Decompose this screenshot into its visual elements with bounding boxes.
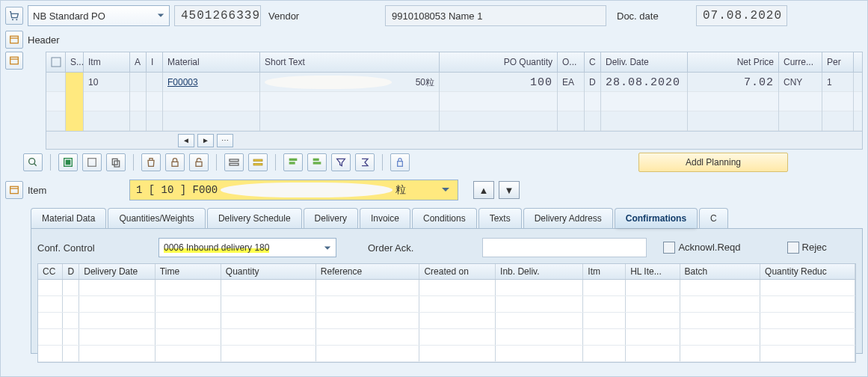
- confirmations-grid: CC D Delivery Date Time Quantity Referen…: [37, 263, 856, 363]
- col-oun[interactable]: O...: [558, 52, 585, 72]
- delete-button[interactable]: [141, 153, 161, 171]
- col-i[interactable]: I: [147, 52, 163, 72]
- sum-button[interactable]: [355, 153, 375, 171]
- settings-button[interactable]: [390, 153, 410, 171]
- material-link[interactable]: F00003: [167, 77, 198, 88]
- svg-rect-13: [230, 159, 238, 162]
- svg-rect-8: [88, 159, 96, 167]
- col-currency[interactable]: Curre...: [779, 52, 822, 72]
- tab-delivery-schedule[interactable]: Delivery Schedule: [207, 208, 302, 228]
- per-cell: 1: [822, 73, 854, 92]
- scroll-config-button[interactable]: ⋯: [217, 134, 233, 147]
- col-itm[interactable]: Itm: [84, 52, 130, 72]
- items-expand-button[interactable]: [5, 52, 23, 70]
- tab-material-data[interactable]: Material Data: [31, 208, 106, 228]
- detail-view-button[interactable]: [23, 153, 43, 171]
- chevron-down-icon: [324, 245, 331, 252]
- scroll-left-button[interactable]: ◄: [178, 134, 194, 147]
- col-c[interactable]: C: [585, 52, 601, 72]
- col-inb-deliv[interactable]: Inb. Deliv.: [496, 264, 583, 279]
- deselect-all-button[interactable]: [82, 153, 102, 171]
- col-quantity[interactable]: Quantity: [221, 264, 316, 279]
- po-number-field: 4501266339: [174, 5, 261, 26]
- currency-cell: CNY: [779, 73, 822, 92]
- reject-checkbox-wrap[interactable]: Rejec: [787, 242, 827, 254]
- duplicate-button[interactable]: [248, 153, 268, 171]
- item-prev-button[interactable]: ▲: [473, 181, 494, 199]
- status-cell[interactable]: [66, 73, 84, 92]
- grid-scrollbar[interactable]: ◄ ► ⋯: [46, 131, 862, 149]
- table-row[interactable]: [38, 346, 855, 362]
- reject-label: Rejec: [802, 242, 827, 253]
- tab-confirmations[interactable]: Confirmations: [615, 208, 698, 228]
- col-reference[interactable]: Reference: [316, 264, 420, 279]
- table-row[interactable]: [46, 111, 862, 131]
- col-delivery-date[interactable]: Delivery Date: [79, 264, 156, 279]
- table-row[interactable]: [46, 92, 862, 111]
- net-price-cell: 7.02: [688, 73, 779, 92]
- copy-button[interactable]: [106, 153, 126, 171]
- sort-green2-button[interactable]: [307, 153, 327, 171]
- col-hl-item[interactable]: HL Ite...: [626, 264, 680, 279]
- col-short-text[interactable]: Short Text: [260, 52, 440, 72]
- item-detail-expand-button[interactable]: [5, 181, 23, 199]
- items-grid-header: S... Itm A I Material Short Text PO Quan…: [46, 52, 862, 73]
- tab-conditions[interactable]: Conditions: [412, 208, 477, 228]
- tab-quantities-weights[interactable]: Quantities/Weights: [108, 208, 206, 228]
- chevron-down-icon: [157, 12, 164, 19]
- svg-rect-2: [10, 36, 19, 43]
- table-row[interactable]: [38, 296, 855, 313]
- table-row[interactable]: 10 F00003 50粒 100 EA D 28.08.2020 7.02 C…: [46, 73, 862, 92]
- tab-delivery[interactable]: Delivery: [304, 208, 358, 228]
- order-ack-input[interactable]: [482, 238, 647, 257]
- unlock-button[interactable]: [189, 153, 209, 171]
- conf-control-dropdown[interactable]: 0006 Inbound delivery 180: [158, 238, 336, 257]
- col-deliv-date[interactable]: Deliv. Date: [601, 52, 688, 72]
- svg-rect-3: [10, 57, 19, 64]
- item-next-button[interactable]: ▼: [499, 181, 520, 199]
- tab-more[interactable]: C: [699, 208, 728, 228]
- col-time[interactable]: Time: [156, 264, 221, 279]
- svg-rect-18: [289, 162, 295, 164]
- col-s[interactable]: S...: [66, 52, 84, 72]
- col-material[interactable]: Material: [163, 52, 260, 72]
- col-a[interactable]: A: [130, 52, 147, 72]
- select-all-button[interactable]: [58, 153, 78, 171]
- col-created-on[interactable]: Created on: [419, 264, 496, 279]
- item-selector-dropdown[interactable]: 1 [ 10 ] F000 粒: [129, 180, 458, 200]
- col-per[interactable]: Per: [822, 52, 854, 72]
- tab-invoice[interactable]: Invoice: [360, 208, 410, 228]
- po-type-dropdown[interactable]: NB Standard PO: [28, 5, 170, 26]
- conf-control-value: 0006 Inbound delivery 180: [164, 242, 269, 253]
- col-d[interactable]: D: [63, 264, 79, 279]
- item-selector-tail: 粒: [395, 183, 406, 197]
- po-type-value: NB Standard PO: [33, 10, 105, 22]
- header-expand-button[interactable]: [5, 31, 23, 49]
- filter-button[interactable]: [331, 153, 351, 171]
- scroll-right-button[interactable]: ►: [197, 134, 214, 147]
- ack-reqd-checkbox-wrap[interactable]: Acknowl.Reqd: [663, 242, 740, 254]
- col-net-price[interactable]: Net Price: [688, 52, 779, 72]
- sort-green-button[interactable]: [283, 153, 303, 171]
- svg-rect-19: [313, 159, 319, 161]
- svg-rect-17: [289, 159, 298, 161]
- lock-button[interactable]: [165, 153, 185, 171]
- addl-planning-button[interactable]: Addl Planning: [638, 153, 788, 172]
- col-qty-reduced[interactable]: Quantity Reduc: [760, 264, 855, 279]
- table-row[interactable]: [38, 329, 855, 346]
- insert-button[interactable]: [224, 153, 244, 171]
- col-batch[interactable]: Batch: [680, 264, 760, 279]
- tab-texts[interactable]: Texts: [478, 208, 522, 228]
- table-row[interactable]: [38, 313, 855, 329]
- cart-icon-button[interactable]: [5, 7, 23, 25]
- ack-reqd-checkbox[interactable]: [663, 242, 675, 254]
- col-po-quantity[interactable]: PO Quantity: [440, 52, 558, 72]
- col-selector[interactable]: [46, 52, 66, 72]
- table-row[interactable]: [38, 280, 855, 296]
- tab-delivery-address[interactable]: Delivery Address: [523, 208, 613, 228]
- col-itm2[interactable]: Itm: [583, 264, 626, 279]
- reject-checkbox[interactable]: [787, 242, 799, 254]
- svg-rect-12: [196, 162, 202, 166]
- svg-rect-21: [398, 162, 403, 167]
- col-cc[interactable]: CC: [38, 264, 63, 279]
